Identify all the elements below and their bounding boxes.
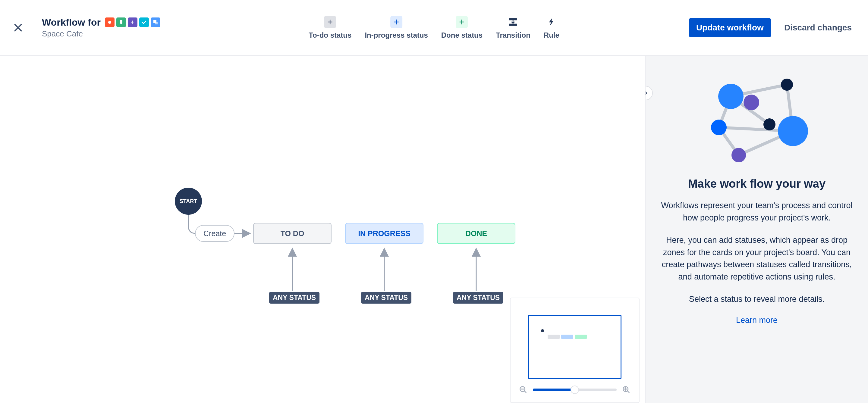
issue-type-icon bbox=[151, 18, 160, 27]
status-done[interactable]: DONE bbox=[437, 223, 516, 244]
status-todo-label: TO DO bbox=[281, 229, 304, 238]
page-title: Workflow for bbox=[42, 17, 101, 28]
discard-changes-button[interactable]: Discard changes bbox=[777, 18, 859, 37]
status-done-label: DONE bbox=[465, 229, 487, 238]
plus-icon bbox=[390, 16, 402, 28]
add-inprogress-status-button[interactable]: In-progress status bbox=[365, 16, 428, 39]
start-label: START bbox=[180, 198, 197, 204]
add-done-status-button[interactable]: Done status bbox=[441, 16, 483, 39]
chevron-right-icon bbox=[645, 90, 649, 97]
zoom-out-button[interactable] bbox=[518, 384, 529, 395]
issue-type-icon bbox=[105, 18, 115, 27]
issue-type-icon bbox=[116, 18, 126, 27]
minimap-status bbox=[561, 335, 573, 339]
add-todo-status-button[interactable]: To-do status bbox=[309, 16, 351, 39]
issue-type-icon bbox=[139, 18, 149, 27]
add-rule-button[interactable]: Rule bbox=[544, 16, 559, 39]
zoom-in-button[interactable] bbox=[621, 384, 632, 395]
transition-icon bbox=[507, 16, 519, 28]
minimap-panel bbox=[510, 298, 640, 403]
minimap-viewport[interactable] bbox=[528, 315, 621, 379]
tool-label: Transition bbox=[496, 31, 530, 39]
learn-more-link[interactable]: Learn more bbox=[736, 316, 778, 325]
update-workflow-button[interactable]: Update workflow bbox=[689, 18, 771, 37]
svg-rect-2 bbox=[155, 22, 158, 24]
lightning-icon bbox=[546, 16, 558, 28]
any-status-label: ANY STATUS bbox=[453, 292, 503, 304]
tool-label: Done status bbox=[441, 31, 483, 39]
collapse-panel-button[interactable] bbox=[645, 86, 653, 100]
add-transition-button[interactable]: Transition bbox=[496, 16, 530, 39]
panel-paragraph: Here, you can add statuses, which appear… bbox=[658, 234, 856, 283]
zoom-slider-handle[interactable] bbox=[570, 385, 579, 394]
close-icon bbox=[13, 22, 24, 33]
svg-point-0 bbox=[108, 21, 111, 24]
any-status-label: ANY STATUS bbox=[269, 292, 319, 304]
zoom-slider[interactable] bbox=[533, 389, 617, 391]
svg-point-14 bbox=[718, 84, 744, 109]
issue-type-icon bbox=[128, 18, 137, 27]
minimap-start-dot bbox=[541, 329, 544, 332]
minimap-status bbox=[575, 335, 587, 339]
any-status-label: ANY STATUS bbox=[361, 292, 411, 304]
title-block: Workflow for Space Cafe bbox=[42, 17, 238, 39]
tool-label: To-do status bbox=[309, 31, 351, 39]
svg-point-15 bbox=[781, 78, 793, 91]
status-inprogress-label: IN PROGRESS bbox=[358, 229, 410, 238]
svg-rect-4 bbox=[509, 24, 517, 26]
workflow-illustration-icon bbox=[706, 74, 808, 167]
svg-point-16 bbox=[711, 120, 727, 135]
close-button[interactable] bbox=[11, 21, 25, 35]
panel-title: Make work flow your way bbox=[658, 177, 856, 190]
panel-paragraph: Select a status to reveal more details. bbox=[658, 293, 856, 305]
svg-point-17 bbox=[744, 95, 759, 110]
panel-paragraph: Workflows represent your team's process … bbox=[658, 199, 856, 224]
svg-point-18 bbox=[764, 119, 775, 130]
info-side-panel: Make work flow your way Workflows repres… bbox=[645, 56, 868, 403]
status-inprogress[interactable]: IN PROGRESS bbox=[345, 223, 424, 244]
status-todo[interactable]: TO DO bbox=[253, 223, 332, 244]
create-label: Create bbox=[204, 229, 226, 238]
issue-type-icons bbox=[105, 18, 160, 27]
plus-icon bbox=[324, 16, 336, 28]
minimap-status bbox=[548, 335, 560, 339]
tool-label: Rule bbox=[544, 31, 559, 39]
tool-label: In-progress status bbox=[365, 31, 428, 39]
page-subtitle: Space Cafe bbox=[42, 29, 238, 39]
start-node[interactable]: START bbox=[175, 188, 202, 215]
svg-point-20 bbox=[732, 148, 746, 162]
toolbar: To-do status In-progress status Done sta… bbox=[309, 16, 559, 39]
create-transition-pill[interactable]: Create bbox=[195, 225, 235, 242]
plus-icon bbox=[456, 16, 468, 28]
svg-point-19 bbox=[778, 116, 808, 146]
